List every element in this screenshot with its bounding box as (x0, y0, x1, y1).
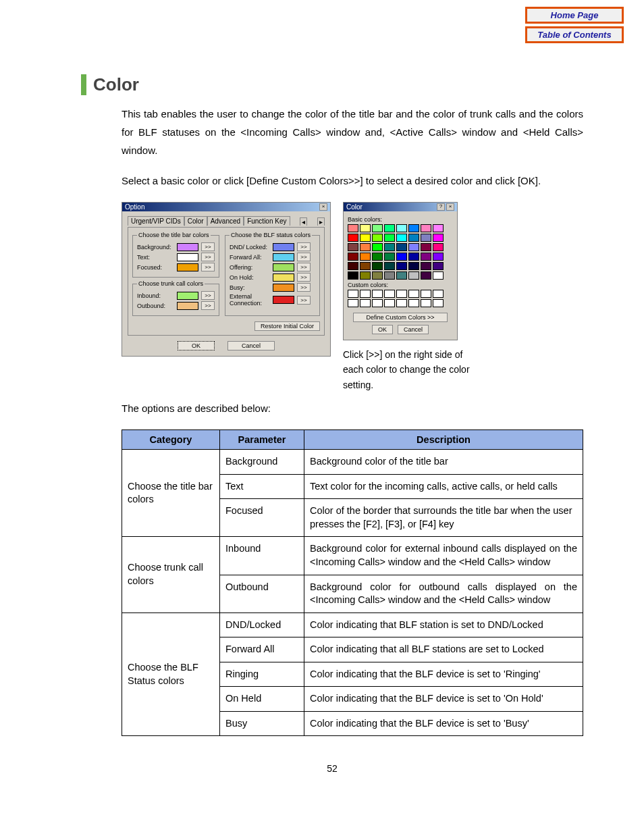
basic-color-swatch[interactable] (421, 243, 431, 251)
basic-color-swatch[interactable] (348, 253, 358, 261)
basic-color-swatch[interactable] (384, 253, 395, 261)
basic-color-swatch[interactable] (433, 243, 444, 251)
tab-color[interactable]: Color (184, 216, 207, 226)
option-cancel-button[interactable]: Cancel (227, 341, 275, 350)
basic-color-swatch[interactable] (396, 271, 407, 280)
basic-color-swatch[interactable] (384, 224, 395, 232)
tab-function-key[interactable]: Function Key (244, 216, 290, 226)
change-color-button[interactable]: >> (297, 253, 311, 261)
basic-color-swatch[interactable] (372, 262, 383, 270)
custom-color-swatch[interactable] (360, 299, 371, 307)
basic-color-swatch[interactable] (408, 224, 419, 232)
basic-color-swatch[interactable] (433, 253, 444, 261)
basic-color-swatch[interactable] (396, 262, 407, 270)
parameter-cell: Outbound (220, 575, 304, 613)
basic-color-swatch[interactable] (384, 262, 395, 270)
basic-color-swatch[interactable] (360, 262, 371, 270)
parameter-cell: DND/Locked (220, 613, 304, 637)
basic-color-swatch[interactable] (348, 243, 358, 251)
basic-color-swatch[interactable] (348, 224, 358, 232)
home-page-button[interactable]: Home Page (525, 7, 624, 24)
basic-color-swatch[interactable] (372, 234, 383, 242)
basic-color-swatch[interactable] (408, 253, 419, 261)
basic-color-swatch[interactable] (348, 271, 358, 280)
basic-color-swatch[interactable] (433, 234, 444, 242)
basic-color-swatch[interactable] (421, 262, 431, 270)
close-icon[interactable]: × (446, 203, 454, 211)
basic-color-swatch[interactable] (348, 262, 358, 270)
custom-color-swatch[interactable] (421, 299, 431, 307)
basic-color-swatch[interactable] (372, 271, 383, 280)
define-custom-colors-button[interactable]: Define Custom Colors >> (353, 313, 448, 322)
change-color-button[interactable]: >> (201, 301, 215, 310)
basic-color-swatch[interactable] (396, 243, 407, 251)
basic-color-swatch[interactable] (372, 224, 383, 232)
change-color-button[interactable]: >> (297, 283, 311, 292)
custom-color-swatch[interactable] (408, 290, 419, 298)
tab-scroll-left-icon[interactable]: ◂ (300, 217, 307, 226)
custom-color-swatch[interactable] (408, 299, 419, 307)
tab-scroll-right-icon[interactable]: ▸ (317, 217, 325, 226)
basic-color-swatch[interactable] (360, 253, 371, 261)
basic-color-swatch[interactable] (372, 253, 383, 261)
change-color-button[interactable]: >> (201, 242, 215, 251)
basic-color-swatch[interactable] (396, 253, 407, 261)
option-ok-button[interactable]: OK (178, 341, 215, 350)
color-ok-button[interactable]: OK (372, 325, 393, 334)
page-number: 52 (81, 763, 583, 774)
basic-color-swatch[interactable] (421, 224, 431, 232)
basic-color-swatch[interactable] (360, 271, 371, 280)
basic-color-swatch[interactable] (433, 262, 444, 270)
basic-color-swatch[interactable] (433, 271, 444, 280)
custom-color-swatch[interactable] (348, 290, 358, 298)
basic-color-swatch[interactable] (421, 234, 431, 242)
change-color-button[interactable]: >> (201, 291, 215, 300)
basic-color-swatch[interactable] (360, 224, 371, 232)
change-color-button[interactable]: >> (297, 296, 311, 305)
titlebar-field: Focused:>> (137, 263, 215, 271)
toc-button[interactable]: Table of Contents (525, 26, 624, 43)
basic-color-swatch[interactable] (408, 243, 419, 251)
custom-color-swatch[interactable] (396, 299, 407, 307)
custom-color-swatch[interactable] (396, 290, 407, 298)
custom-color-swatch[interactable] (360, 290, 371, 298)
basic-color-swatch[interactable] (384, 234, 395, 242)
change-color-button[interactable]: >> (297, 263, 311, 271)
custom-color-swatch[interactable] (384, 290, 395, 298)
custom-color-swatch[interactable] (421, 290, 431, 298)
basic-color-swatch[interactable] (384, 243, 395, 251)
change-color-button[interactable]: >> (297, 242, 311, 251)
custom-color-swatch[interactable] (433, 290, 444, 298)
basic-color-swatch[interactable] (433, 224, 444, 232)
custom-color-swatch[interactable] (372, 299, 383, 307)
change-color-button[interactable]: >> (297, 273, 311, 282)
basic-color-swatch[interactable] (372, 243, 383, 251)
parameter-cell: Forward All (220, 637, 304, 662)
tab-urgent-vip[interactable]: Urgent/VIP CIDs (128, 216, 184, 226)
color-swatch (273, 273, 294, 282)
basic-color-swatch[interactable] (421, 253, 431, 261)
change-color-button[interactable]: >> (201, 263, 215, 271)
change-color-button[interactable]: >> (201, 253, 215, 261)
description-cell: Color of the border that surrounds the t… (304, 499, 583, 537)
custom-color-swatch[interactable] (433, 299, 444, 307)
help-icon[interactable]: ? (437, 203, 445, 211)
basic-color-swatch[interactable] (360, 234, 371, 242)
basic-color-swatch[interactable] (384, 271, 395, 280)
custom-color-swatch[interactable] (384, 299, 395, 307)
basic-color-swatch[interactable] (421, 271, 431, 280)
restore-initial-color-button[interactable]: Restore Initial Color (254, 321, 320, 331)
basic-color-swatch[interactable] (396, 224, 407, 232)
tab-advanced[interactable]: Advanced (207, 216, 244, 226)
custom-color-swatch[interactable] (348, 299, 358, 307)
basic-color-swatch[interactable] (348, 234, 358, 242)
basic-color-swatch[interactable] (408, 262, 419, 270)
basic-color-swatch[interactable] (408, 271, 419, 280)
description-cell: Color indicating that all BLF stations a… (304, 637, 583, 662)
color-cancel-button[interactable]: Cancel (398, 325, 429, 334)
basic-color-swatch[interactable] (360, 243, 371, 251)
custom-color-swatch[interactable] (372, 290, 383, 298)
basic-color-swatch[interactable] (396, 234, 407, 242)
basic-color-swatch[interactable] (408, 234, 419, 242)
close-icon[interactable]: × (319, 203, 327, 211)
